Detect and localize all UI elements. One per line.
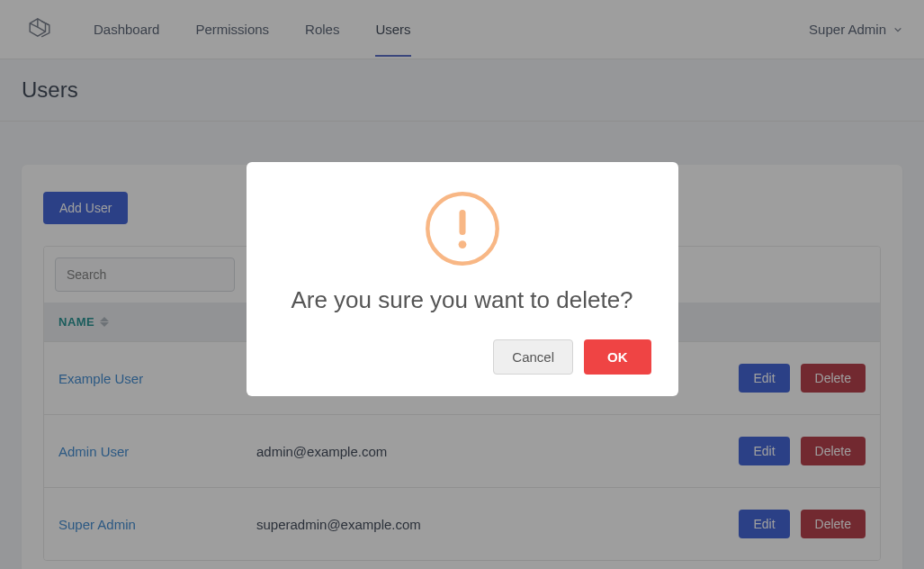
ok-button[interactable]: OK	[584, 339, 651, 375]
svg-point-2	[458, 240, 466, 248]
modal-overlay[interactable]: Are you sure you want to delete? Cancel …	[0, 0, 924, 569]
warning-icon	[423, 189, 502, 268]
cancel-button[interactable]: Cancel	[493, 339, 573, 375]
svg-rect-1	[459, 210, 465, 235]
modal-actions: Cancel OK	[274, 339, 651, 375]
modal-title: Are you sure you want to delete?	[274, 286, 651, 314]
confirm-modal: Are you sure you want to delete? Cancel …	[247, 162, 678, 396]
